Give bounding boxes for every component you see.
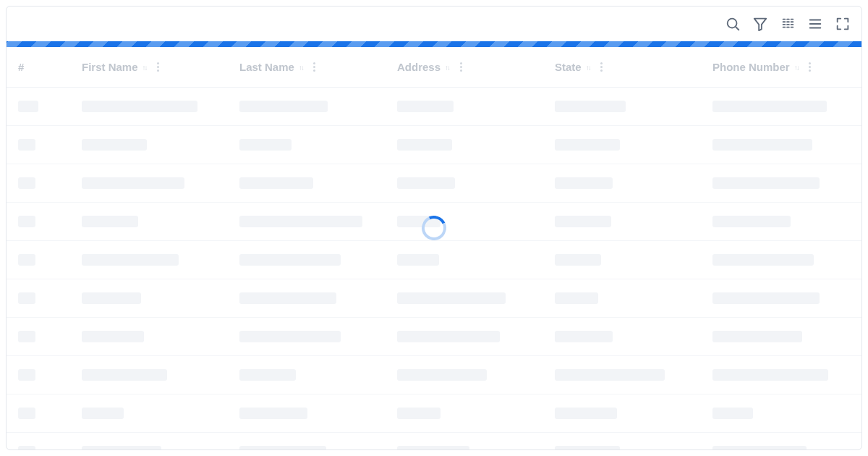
skeleton-placeholder (555, 408, 617, 419)
skeleton-placeholder (239, 177, 313, 189)
table-cell (18, 254, 82, 266)
table-cell (712, 101, 850, 112)
skeleton-placeholder (397, 254, 439, 266)
skeleton-placeholder (555, 369, 665, 381)
skeleton-placeholder (18, 446, 35, 450)
table-row (7, 126, 861, 164)
table-row (7, 394, 861, 433)
sort-icon[interactable]: ↑↓ (299, 64, 303, 72)
skeleton-placeholder (82, 177, 184, 189)
column-label: Phone Number (712, 61, 790, 73)
fullscreen-icon[interactable] (834, 15, 851, 33)
svg-point-0 (728, 19, 737, 28)
table-cell (18, 139, 82, 151)
table-cell (82, 446, 239, 450)
skeleton-placeholder (397, 292, 506, 304)
column-header-last-name[interactable]: Last Name ↑↓ (239, 61, 397, 73)
svg-marker-2 (754, 19, 767, 30)
skeleton-placeholder (82, 216, 138, 227)
table-cell (397, 446, 555, 450)
table-cell (555, 101, 712, 112)
skeleton-placeholder (712, 408, 753, 419)
table-cell (239, 216, 397, 227)
skeleton-placeholder (555, 446, 620, 450)
columns-icon[interactable] (779, 15, 796, 33)
table-cell (397, 408, 555, 419)
table-cell (712, 177, 850, 189)
skeleton-placeholder (555, 254, 601, 266)
skeleton-placeholder (555, 292, 598, 304)
table-cell (712, 292, 850, 304)
table-cell (239, 446, 397, 450)
table-cell (712, 254, 850, 266)
table-cell (18, 369, 82, 381)
column-menu-icon[interactable] (310, 62, 319, 72)
table-cell (239, 254, 397, 266)
skeleton-placeholder (555, 177, 613, 189)
skeleton-placeholder (239, 216, 362, 227)
skeleton-placeholder (712, 446, 807, 450)
skeleton-placeholder (712, 254, 814, 266)
column-header-first-name[interactable]: First Name ↑↓ (82, 61, 239, 73)
table-cell (712, 408, 850, 419)
table-cell (397, 216, 555, 227)
filter-icon[interactable] (752, 15, 769, 33)
table-cell (82, 139, 239, 151)
column-label: State (555, 61, 582, 73)
table-cell (18, 216, 82, 227)
column-header-address[interactable]: Address ↑↓ (397, 61, 555, 73)
skeleton-placeholder (82, 292, 141, 304)
skeleton-placeholder (18, 177, 35, 189)
column-menu-icon[interactable] (154, 62, 163, 72)
sort-icon[interactable]: ↑↓ (445, 64, 449, 72)
table-cell (712, 369, 850, 381)
table-cell (555, 446, 712, 450)
column-menu-icon[interactable] (456, 62, 465, 72)
table-row (7, 164, 861, 203)
table-cell (555, 177, 712, 189)
table-cell (555, 408, 712, 419)
table-cell (555, 331, 712, 342)
skeleton-placeholder (18, 139, 35, 151)
table-cell (82, 292, 239, 304)
skeleton-placeholder (397, 177, 455, 189)
skeleton-placeholder (239, 254, 341, 266)
column-label: Address (397, 61, 441, 73)
column-menu-icon[interactable] (806, 62, 814, 72)
skeleton-placeholder (239, 101, 328, 112)
table-cell (555, 216, 712, 227)
table-cell (239, 101, 397, 112)
density-icon[interactable] (807, 15, 824, 33)
column-header-index[interactable]: # (18, 61, 82, 73)
table-cell (18, 331, 82, 342)
table-cell (712, 446, 850, 450)
sort-icon[interactable]: ↑↓ (586, 64, 590, 72)
skeleton-placeholder (82, 254, 179, 266)
table-cell (397, 369, 555, 381)
skeleton-placeholder (18, 292, 35, 304)
table-row (7, 241, 861, 279)
table-cell (82, 101, 239, 112)
sort-icon[interactable]: ↑↓ (142, 64, 147, 72)
table-cell (239, 408, 397, 419)
table-cell (18, 446, 82, 450)
table-row (7, 433, 861, 450)
skeleton-placeholder (18, 254, 35, 266)
search-icon[interactable] (724, 15, 741, 33)
column-menu-icon[interactable] (597, 62, 606, 72)
column-header-state[interactable]: State ↑↓ (555, 61, 712, 73)
column-header-phone[interactable]: Phone Number ↑↓ (712, 61, 850, 73)
skeleton-placeholder (397, 408, 441, 419)
column-label: First Name (82, 61, 138, 73)
sort-icon[interactable]: ↑↓ (794, 64, 799, 72)
table-cell (712, 331, 850, 342)
table-cell (555, 139, 712, 151)
skeleton-placeholder (18, 369, 35, 381)
skeleton-placeholder (397, 331, 500, 342)
table-cell (397, 177, 555, 189)
table-cell (555, 292, 712, 304)
table-cell (712, 139, 850, 151)
table-header-row: # First Name ↑↓ Last Name ↑↓ Address ↑↓ … (7, 47, 861, 88)
table-cell (555, 369, 712, 381)
table-cell (239, 139, 397, 151)
